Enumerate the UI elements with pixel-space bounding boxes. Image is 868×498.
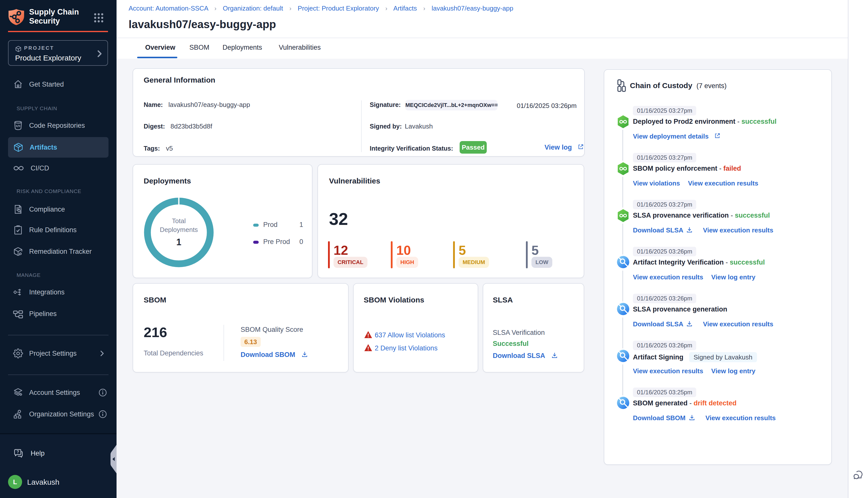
svg-text:?: ? (16, 450, 19, 454)
